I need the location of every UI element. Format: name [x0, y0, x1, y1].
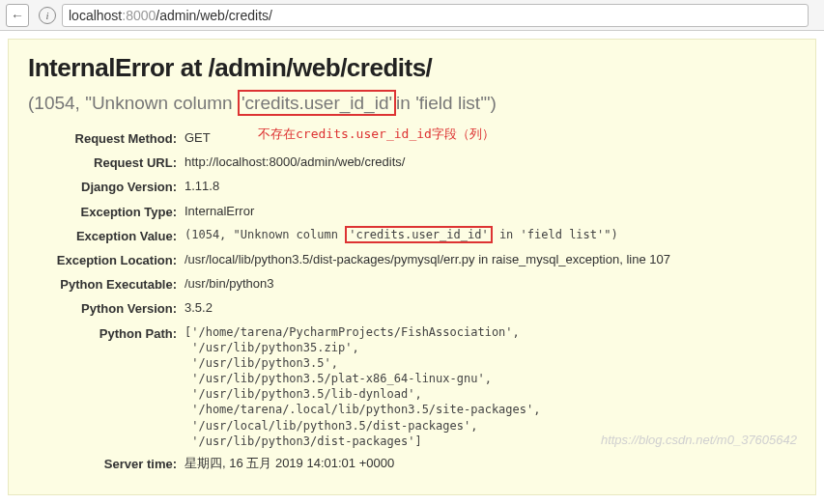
url-path: /admin/web/credits/ [156, 8, 272, 23]
subtitle-suffix: in 'field list'") [396, 93, 497, 113]
value-django-version: 1.11.8 [185, 178, 796, 195]
label-exception-value: Exception Value: [28, 227, 185, 245]
value-python-executable: /usr/bin/python3 [185, 275, 796, 293]
exc-val-prefix: (1054, "Unknown column [185, 228, 345, 241]
value-python-path: ['/home/tarena/PycharmProjects/FishAssoc… [185, 324, 796, 450]
exc-val-suffix: in 'field list'") [493, 228, 618, 241]
row-server-time: Server time: 星期四, 16 五月 2019 14:01:01 +0… [28, 455, 796, 473]
row-exception-value: Exception Value: (1054, "Unknown column … [28, 227, 796, 245]
value-exception-value: (1054, "Unknown column 'credits.user_id_… [185, 227, 796, 243]
value-request-url: http://localhost:8000/admin/web/credits/ [185, 154, 796, 171]
row-python-version: Python Version: 3.5.2 [28, 299, 796, 318]
url-port: :8000 [122, 8, 156, 23]
highlighted-column: 'credits.user_id_id' [238, 90, 396, 116]
row-python-path: Python Path: ['/home/tarena/PycharmProje… [28, 324, 796, 450]
arrow-left-icon: ← [11, 8, 24, 23]
label-exception-location: Exception Location: [28, 251, 185, 269]
info-icon[interactable]: i [39, 7, 56, 24]
annotation-text: 不存在credits.user_id_id字段（列） [258, 126, 495, 143]
browser-toolbar: ← i localhost:8000/admin/web/credits/ [0, 0, 824, 31]
url-bar[interactable]: localhost:8000/admin/web/credits/ [62, 4, 809, 27]
error-page: InternalError at /admin/web/credits/ (10… [8, 39, 816, 495]
label-python-executable: Python Executable: [28, 275, 185, 294]
row-django-version: Django Version: 1.11.8 [28, 178, 796, 196]
label-request-url: Request URL: [28, 154, 185, 172]
back-button[interactable]: ← [6, 4, 29, 27]
value-exception-type: InternalError [185, 203, 796, 220]
label-python-path: Python Path: [28, 324, 185, 343]
label-exception-type: Exception Type: [28, 203, 185, 221]
exc-val-boxed: 'credits.user_id_id' [345, 226, 493, 243]
subtitle-prefix: (1054, "Unknown column [28, 93, 233, 113]
row-request-url: Request URL: http://localhost:8000/admin… [28, 154, 796, 172]
error-subtitle: (1054, "Unknown column 'credits.user_id_… [28, 93, 796, 114]
row-python-executable: Python Executable: /usr/bin/python3 [28, 275, 796, 294]
url-host: localhost [69, 8, 122, 23]
value-server-time: 星期四, 16 五月 2019 14:01:01 +0000 [185, 455, 796, 472]
label-server-time: Server time: [28, 455, 185, 473]
value-exception-location: /usr/local/lib/python3.5/dist-packages/p… [185, 251, 796, 268]
row-exception-type: Exception Type: InternalError [28, 203, 796, 221]
details-table: Request Method: GET Request URL: http://… [28, 129, 796, 473]
label-django-version: Django Version: [28, 178, 185, 196]
row-exception-location: Exception Location: /usr/local/lib/pytho… [28, 251, 796, 269]
page-title: InternalError at /admin/web/credits/ [28, 53, 796, 83]
label-request-method: Request Method: [28, 129, 185, 148]
value-python-version: 3.5.2 [185, 299, 796, 317]
label-python-version: Python Version: [28, 299, 185, 318]
